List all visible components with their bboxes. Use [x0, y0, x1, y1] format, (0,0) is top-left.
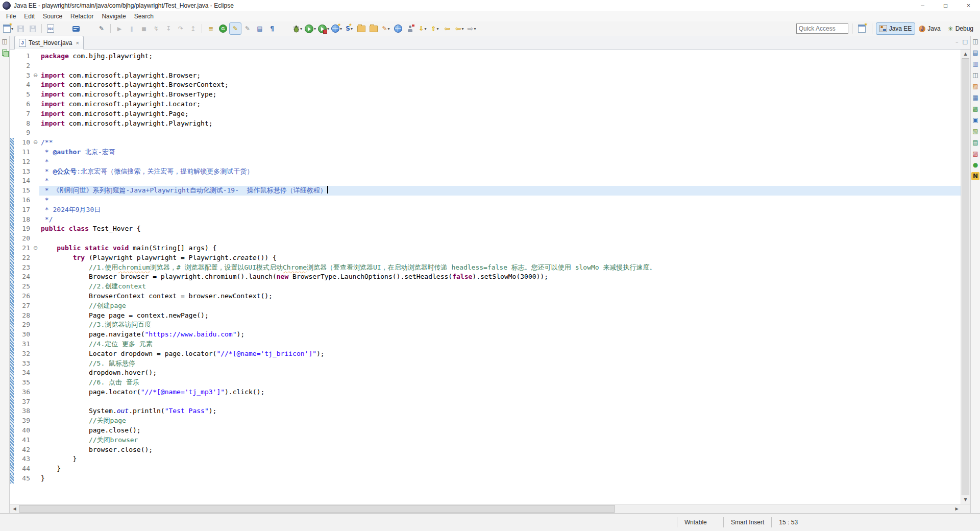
code-line-23[interactable]: 23 //1.使用chromium浏览器，# 浏览器配置，设置以GUI模式启动C… [10, 263, 961, 273]
code-text[interactable]: Browser browser = playwright.chromium().… [39, 272, 961, 282]
problems-view-icon[interactable]: ▨ [971, 150, 979, 158]
vertical-scrollbar[interactable]: ▲ ▼ [961, 50, 970, 504]
code-text[interactable]: //4.定位 更多 元素 [39, 340, 961, 349]
code-line-15[interactable]: 15 * 《刚刚问世》系列初窥篇-Java+Playwright自动化测试-19… [10, 186, 961, 196]
terminate-button[interactable]: ■ [138, 22, 150, 35]
code-text[interactable] [39, 128, 961, 138]
servers-view-icon[interactable]: ● [971, 161, 979, 169]
perspective-debug-button[interactable]: ✳ Debug [944, 22, 977, 35]
console-view-icon[interactable]: ▣ [971, 116, 979, 124]
code-line-45[interactable]: 45} [10, 474, 961, 484]
code-line-28[interactable]: 28 Page page = context.newPage(); [10, 311, 961, 321]
menu-navigate[interactable]: Navigate [97, 12, 130, 21]
code-text[interactable]: } [39, 464, 961, 474]
save-button[interactable] [14, 22, 27, 35]
code-line-7[interactable]: 7import com.microsoft.playwright.Page; [10, 109, 961, 119]
code-text[interactable]: //关闭browser [39, 436, 961, 445]
marker-dropdown-arrow[interactable]: ▾ [388, 27, 390, 31]
code-text[interactable]: //2.创建context [39, 282, 961, 292]
code-text[interactable]: public static void main(String[] args) { [39, 244, 961, 253]
external-browser-button[interactable] [392, 22, 404, 35]
annotations-view-icon[interactable]: ▨ [971, 82, 979, 90]
back-button[interactable]: ⇦▾ [453, 22, 465, 35]
code-text[interactable]: * [39, 196, 961, 205]
binary-file-button[interactable]: 010 [44, 22, 57, 35]
code-text[interactable] [39, 234, 961, 244]
run-button[interactable]: ▾ [304, 22, 317, 35]
menu-refactor[interactable]: Refactor [66, 12, 97, 21]
scroll-down-icon[interactable]: ▼ [961, 495, 970, 504]
user-library-button[interactable] [404, 22, 416, 35]
restore-editor-icon[interactable]: ◫ [971, 71, 979, 79]
code-text[interactable]: //1.使用chromium浏览器，# 浏览器配置，设置以GUI模式启动Chro… [39, 263, 961, 273]
code-line-16[interactable]: 16 * [10, 196, 961, 205]
code-text[interactable]: package com.bjhg.playwright; [39, 52, 961, 61]
export-button[interactable]: ⇧▾ [429, 22, 441, 35]
code-text[interactable]: } [39, 474, 961, 484]
tab-close-icon[interactable]: × [76, 40, 79, 46]
code-line-26[interactable]: 26 BrowserContext context = browser.newC… [10, 292, 961, 301]
minimize-editor-icon[interactable]: – [955, 38, 959, 45]
forward-dropdown-arrow[interactable]: ▾ [474, 27, 476, 31]
save-all-button[interactable] [27, 22, 39, 35]
code-text[interactable]: * @公众号:北京宏哥（微信搜索，关注宏哥，提前解锁更多测试干货） [39, 167, 961, 177]
web-service-button[interactable]: S★▾ [343, 22, 355, 35]
code-text[interactable]: } [39, 454, 961, 464]
code-text[interactable]: * 《刚刚问世》系列初窥篇-Java+Playwright自动化测试-19- 操… [39, 186, 961, 196]
code-line-33[interactable]: 33 //5. 鼠标悬停 [10, 359, 961, 369]
close-window-button[interactable]: × [957, 0, 980, 11]
code-text[interactable]: import com.microsoft.playwright.BrowserC… [39, 80, 961, 90]
code-text[interactable] [39, 61, 961, 71]
export-dropdown-arrow[interactable]: ▾ [437, 27, 439, 31]
code-line-27[interactable]: 27 //创建page [10, 301, 961, 311]
fold-collapse-icon[interactable]: ⊖ [32, 138, 39, 148]
package-explorer-icon[interactable] [1, 49, 9, 57]
code-text[interactable]: * [39, 176, 961, 186]
code-text[interactable]: //关闭page [39, 416, 961, 426]
code-line-1[interactable]: 1package com.bjhg.playwright; [10, 52, 961, 61]
show-source-button[interactable]: ≡ [205, 22, 217, 35]
code-line-39[interactable]: 39 //关闭page [10, 416, 961, 426]
code-line-24[interactable]: 24 Browser browser = playwright.chromium… [10, 272, 961, 282]
maximize-editor-icon[interactable]: □ [963, 38, 968, 45]
highlight-marker-button[interactable]: ✎▾ [380, 22, 392, 35]
new-java-class-button[interactable]: G [217, 22, 229, 35]
vertical-scroll-thumb[interactable] [962, 58, 969, 495]
minimize-window-button[interactable]: – [911, 0, 934, 11]
code-text[interactable]: import com.microsoft.playwright.Playwrig… [39, 119, 961, 129]
code-text[interactable]: page.navigate("https://www.baidu.com"); [39, 330, 961, 340]
code-line-4[interactable]: 4import com.microsoft.playwright.Browser… [10, 80, 961, 90]
code-editor[interactable]: 1package com.bjhg.playwright;23⊖import c… [10, 50, 970, 504]
code-line-41[interactable]: 41 //关闭browser [10, 436, 961, 445]
back-dropdown-arrow[interactable]: ▾ [461, 27, 463, 31]
menu-search[interactable]: Search [130, 12, 158, 21]
open-archive-button[interactable] [355, 22, 368, 35]
task-list-view-icon[interactable]: ▥ [971, 60, 979, 68]
horizontal-scroll-thumb[interactable] [19, 505, 615, 513]
open-console-button[interactable] [70, 22, 82, 35]
new-wizard-dropdown-arrow[interactable]: ▾ [11, 27, 13, 31]
code-line-44[interactable]: 44 } [10, 464, 961, 474]
code-line-36[interactable]: 36 page.locator("//*[@name='tj_mp3']").c… [10, 388, 961, 397]
code-line-3[interactable]: 3⊖import com.microsoft.playwright.Browse… [10, 71, 961, 81]
code-line-37[interactable]: 37 [10, 397, 961, 407]
code-pane[interactable]: 1package com.bjhg.playwright;23⊖import c… [10, 50, 961, 504]
coverage-dropdown-arrow[interactable]: ▾ [327, 27, 329, 31]
code-line-14[interactable]: 14 * [10, 176, 961, 186]
new-wizard-button[interactable]: ▾ [2, 22, 14, 35]
disconnect-button[interactable]: ↯ [150, 22, 162, 35]
code-text[interactable] [39, 397, 961, 407]
code-text[interactable]: import com.microsoft.playwright.Locator; [39, 100, 961, 109]
code-line-40[interactable]: 40 page.close(); [10, 426, 961, 436]
code-line-22[interactable]: 22 try (Playwright playwright = Playwrig… [10, 253, 961, 263]
palette-view-icon[interactable]: ▧ [971, 127, 979, 135]
import-dropdown-arrow[interactable]: ▾ [425, 27, 427, 31]
code-line-29[interactable]: 29 //3.浏览器访问百度 [10, 320, 961, 330]
code-text[interactable]: import com.microsoft.playwright.Browser; [39, 71, 961, 81]
code-text[interactable]: page.locator("//*[@name='tj_mp3']").clic… [39, 388, 961, 397]
code-text[interactable]: public class Test_Hover { [39, 224, 961, 234]
code-line-11[interactable]: 11 * @author 北京-宏哥 [10, 148, 961, 157]
code-line-21[interactable]: 21⊖ public static void main(String[] arg… [10, 244, 961, 253]
code-text[interactable]: import com.microsoft.playwright.BrowserT… [39, 90, 961, 100]
format-button[interactable]: ✎ [241, 22, 254, 35]
